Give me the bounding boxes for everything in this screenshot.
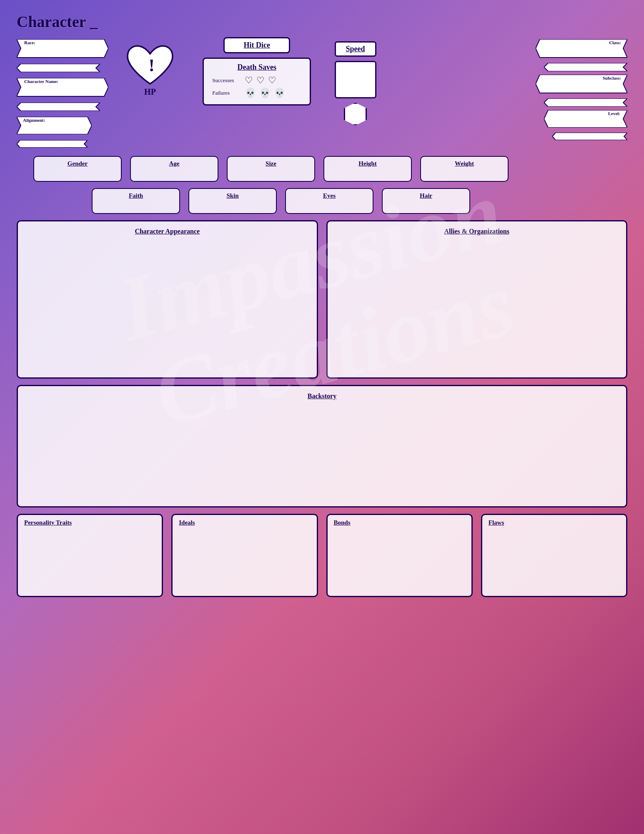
height-input[interactable]: [333, 167, 403, 178]
level-ribbon-wrap: Level:: [544, 110, 627, 129]
death-saves-box: Death Saves Successes ♡ ♡ ♡ Failures 💀 💀…: [203, 58, 311, 106]
speed-input[interactable]: [336, 62, 375, 97]
subclass-input[interactable]: [544, 81, 621, 88]
character-name-label: Character Name:: [24, 79, 101, 84]
allies-organizations-box: Allies & Organizations: [326, 220, 628, 379]
speed-hex: [344, 103, 367, 126]
alignment-label: Alignment:: [23, 118, 85, 123]
character-appearance-box: Character Appearance: [17, 220, 318, 379]
weight-field: Weight: [420, 156, 509, 182]
age-input[interactable]: [139, 167, 209, 178]
ribbon-deco-1: [17, 64, 113, 72]
speed-section: Speed: [335, 41, 376, 126]
character-name-field: Character Name:: [24, 79, 101, 91]
hit-dice-box: Hit Dice: [223, 37, 290, 53]
svg-text:!: !: [148, 55, 154, 75]
hair-input[interactable]: [391, 199, 461, 210]
ideals-box: Ideals: [171, 514, 318, 597]
allies-organizations-textarea[interactable]: [334, 239, 620, 371]
failure-skull-1[interactable]: 💀: [245, 88, 256, 98]
text-areas-row: Character Appearance Allies & Organizati…: [17, 220, 627, 379]
race-ribbon-wrap: Race:: [17, 39, 113, 60]
bonds-textarea[interactable]: [334, 530, 465, 592]
flaws-textarea[interactable]: [489, 530, 620, 592]
height-field: Height: [323, 156, 412, 182]
failure-skull-2[interactable]: 💀: [259, 88, 271, 98]
age-label: Age: [169, 160, 180, 167]
eyes-label: Eyes: [323, 192, 336, 199]
top-section: Race: Character Name:: [17, 35, 627, 148]
ribbon-deco-3: [17, 140, 113, 148]
race-input[interactable]: [24, 46, 101, 52]
flaws-title: Flaws: [489, 519, 620, 526]
alignment-ribbon-wrap: Alignment:: [17, 117, 113, 136]
gender-input[interactable]: [43, 167, 113, 178]
ribbon-right-deco-1: [544, 63, 627, 71]
character-name-ribbon-wrap: Character Name:: [17, 78, 113, 98]
bonds-box: Bonds: [326, 514, 473, 597]
skin-field: Skin: [188, 188, 277, 214]
ribbon-right-deco-3: [552, 133, 627, 140]
bottom-row: Personality Traits Ideals Bonds Flaws: [17, 514, 627, 597]
success-heart-2[interactable]: ♡: [256, 75, 265, 86]
center-section: Hit Dice Death Saves Successes ♡ ♡ ♡ Fai…: [188, 37, 326, 106]
subclass-label: Subclass:: [544, 75, 621, 80]
eyes-field: Eyes: [285, 188, 373, 214]
level-input[interactable]: [551, 117, 620, 123]
success-heart-3[interactable]: ♡: [268, 75, 276, 86]
level-field: Level:: [551, 111, 620, 123]
backstory-title: Backstory: [24, 392, 620, 400]
ribbon-right-deco-3-svg: [552, 133, 627, 140]
height-label: Height: [358, 160, 376, 167]
svg-marker-8: [544, 63, 627, 71]
hp-heart: !: [125, 43, 175, 89]
successes-label: Successes: [212, 77, 241, 84]
speed-label: Speed: [346, 45, 365, 53]
faith-field: Faith: [92, 188, 180, 214]
ribbon-deco-2: [17, 103, 113, 111]
ribbon-right-deco-2: [544, 98, 627, 107]
race-label: Race:: [24, 40, 101, 45]
weight-input[interactable]: [429, 167, 499, 178]
eyes-input[interactable]: [294, 199, 364, 210]
personality-traits-box: Personality Traits: [17, 514, 163, 597]
speed-input-area[interactable]: [335, 61, 376, 98]
character-appearance-title: Character Appearance: [24, 228, 311, 235]
ribbon-deco-1-svg: [17, 64, 100, 72]
size-input[interactable]: [236, 167, 306, 178]
age-field: Age: [130, 156, 218, 182]
speed-label-box: Speed: [335, 41, 376, 57]
bonds-title: Bonds: [334, 519, 465, 526]
success-heart-1[interactable]: ♡: [245, 75, 253, 86]
ideals-textarea[interactable]: [179, 530, 310, 592]
skin-input[interactable]: [198, 199, 268, 210]
class-field: Class:: [544, 40, 621, 53]
svg-marker-1: [17, 64, 100, 72]
failures-row: Failures 💀 💀 💀: [212, 88, 301, 98]
svg-marker-3: [17, 103, 100, 111]
svg-marker-10: [544, 98, 627, 107]
character-name-input[interactable]: [24, 85, 101, 91]
class-label: Class:: [544, 40, 621, 45]
failure-skull-3[interactable]: 💀: [274, 88, 285, 98]
alignment-input[interactable]: [23, 123, 85, 130]
gender-label: Gender: [68, 160, 88, 167]
class-input[interactable]: [544, 46, 621, 52]
subclass-ribbon-wrap: Subclass:: [536, 75, 627, 95]
death-saves-title: Death Saves: [212, 63, 301, 72]
allies-organizations-title: Allies & Organizations: [334, 228, 620, 235]
backstory-textarea[interactable]: [24, 404, 620, 500]
failures-label: Failures: [212, 90, 241, 96]
personality-traits-title: Personality Traits: [24, 519, 155, 526]
gender-field: Gender: [33, 156, 122, 182]
heart-svg: !: [125, 43, 175, 89]
skin-label: Skin: [226, 192, 238, 199]
personality-traits-textarea[interactable]: [24, 530, 155, 592]
flaws-box: Flaws: [481, 514, 627, 597]
character-appearance-textarea[interactable]: [24, 239, 311, 371]
faith-label: Faith: [129, 192, 143, 199]
hit-dice-label: Hit Dice: [244, 41, 270, 49]
faith-input[interactable]: [101, 199, 171, 210]
hp-container: ! HP: [121, 43, 179, 97]
ribbon-right-deco-1-svg: [544, 63, 627, 71]
